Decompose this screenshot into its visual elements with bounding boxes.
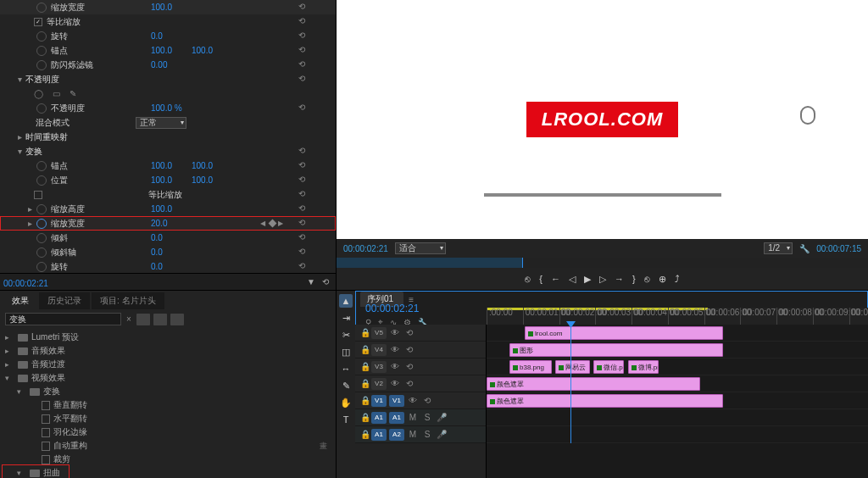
track-voice-icon[interactable]: 🎤	[436, 413, 448, 422]
tree-item[interactable]: 羽化边缘	[0, 425, 336, 439]
property-row[interactable]: 旋转0.0⟲	[0, 259, 336, 274]
checkbox[interactable]	[34, 18, 42, 26]
transport-button[interactable]: {	[539, 274, 542, 284]
property-value[interactable]: 100.0	[151, 161, 185, 170]
property-row[interactable]: 等比缩放⟲	[0, 187, 336, 202]
tree-folder[interactable]: ▸音频过渡	[0, 358, 336, 371]
tree-folder[interactable]: ▾变换	[0, 385, 336, 398]
reset-icon[interactable]: ⟲	[298, 103, 310, 114]
twirl-icon[interactable]: ▸	[5, 333, 15, 342]
track-output-icon[interactable]: 👁	[389, 328, 401, 337]
property-row[interactable]: 位置100.0100.0⟲	[0, 173, 336, 187]
property-value[interactable]: 100.0	[192, 175, 225, 185]
track-label[interactable]: V4	[371, 344, 387, 356]
track-header[interactable]: 🔒V3👁⟲	[355, 358, 486, 375]
twirl-icon[interactable]: ▾	[17, 469, 27, 477]
lock-icon[interactable]: 🔒	[360, 345, 369, 354]
property-value[interactable]: 0.0	[151, 262, 185, 271]
monitor-timecode[interactable]: 00:00:02:21	[343, 244, 388, 253]
playhead[interactable]	[570, 325, 571, 443]
stopwatch-icon[interactable]	[36, 3, 47, 13]
track-header[interactable]: 🔒A1A1MS🎤	[355, 409, 486, 426]
property-dropdown[interactable]: 正常	[136, 117, 186, 129]
property-value[interactable]: 100.0	[151, 46, 185, 55]
reset-icon[interactable]: ⟲	[298, 45, 310, 57]
track-lane[interactable]: b38.png网易云微信.png微博.png	[487, 358, 868, 375]
property-row[interactable]: 锚点100.0100.0⟲	[0, 158, 336, 173]
property-row[interactable]: 防闪烁滤镜0.00⟲	[0, 58, 336, 72]
track-output-icon[interactable]: 👁	[389, 345, 401, 354]
track-lane[interactable]: 颜色遮罩	[487, 375, 868, 392]
preset-bin-icon-3[interactable]	[170, 314, 184, 325]
timeline-timecode[interactable]: 00:00:02:21	[355, 303, 487, 314]
clip[interactable]: 颜色遮罩	[487, 377, 700, 391]
property-row[interactable]: 旋转0.0⟲	[0, 29, 336, 43]
preset-bin-icon-2[interactable]	[153, 314, 167, 325]
project-tab[interactable]: 历史记录	[39, 292, 90, 309]
effects-search-input[interactable]	[5, 313, 121, 325]
clip[interactable]: 颜色遮罩	[487, 394, 723, 408]
reset-icon[interactable]: ⟲	[298, 232, 310, 244]
twirl-icon[interactable]: ▸	[5, 347, 15, 355]
track-header[interactable]: 🔒V5👁⟲	[355, 325, 486, 342]
reset-icon[interactable]: ⟲	[298, 59, 310, 71]
tree-item[interactable]: 垂直翻转	[0, 398, 336, 412]
clip[interactable]: b38.png	[509, 360, 552, 374]
snap-icon[interactable]: ⟲	[322, 277, 329, 286]
track-label[interactable]: A1	[389, 412, 404, 424]
twirl-icon[interactable]: ▸	[5, 360, 15, 369]
property-row[interactable]: ▸缩放宽度20.0◀▶⟲	[0, 216, 336, 231]
track-label[interactable]: V5	[371, 327, 387, 339]
search-clear-icon[interactable]: ×	[126, 314, 131, 324]
property-row[interactable]: 倾斜0.0⟲	[0, 231, 336, 245]
track-lane[interactable]	[487, 409, 868, 426]
transport-button[interactable]: ▶	[584, 274, 591, 285]
stopwatch-icon[interactable]	[36, 31, 47, 42]
track-lane[interactable]: 颜色遮罩	[487, 392, 868, 409]
track-header[interactable]: 🔒V4👁⟲	[355, 342, 486, 358]
twirl-icon[interactable]: ▾	[15, 147, 24, 156]
transport-button[interactable]: }	[632, 274, 636, 284]
property-value[interactable]: 0.00	[151, 60, 185, 69]
stopwatch-icon[interactable]	[36, 60, 47, 70]
mask-icons[interactable]: ◯ ▭ ✎	[34, 89, 80, 98]
stopwatch-icon[interactable]	[36, 161, 47, 171]
clip[interactable]: 微信.png	[593, 360, 624, 374]
property-value[interactable]: 100.0	[192, 46, 225, 55]
property-row[interactable]: 锚点100.0100.0⟲	[0, 43, 336, 58]
property-value[interactable]: 0.0	[151, 233, 185, 242]
effects-timecode[interactable]: 00:00:02:21	[3, 279, 48, 288]
sync-lock-icon[interactable]: ⟲	[403, 345, 415, 354]
track-select-tool-icon[interactable]: ⇥	[339, 311, 353, 325]
property-row[interactable]: ▾不透明度⟲	[0, 72, 336, 86]
track-label[interactable]: V2	[371, 378, 387, 390]
transport-button[interactable]: ⊕	[659, 274, 666, 285]
twirl-icon[interactable]: ▸	[25, 204, 34, 214]
preset-bin-icon-1[interactable]	[136, 314, 150, 325]
property-value[interactable]: 100.0	[151, 175, 185, 185]
stopwatch-icon[interactable]	[36, 204, 47, 214]
monitor-mini-ruler[interactable]	[337, 258, 868, 268]
track-target[interactable]: A1	[371, 429, 387, 441]
clip[interactable]: lrool.com	[525, 326, 723, 340]
reset-icon[interactable]: ⟲	[298, 16, 310, 28]
tree-folder[interactable]: ▾视频效果	[0, 371, 336, 385]
track-solo-icon[interactable]: S	[421, 430, 433, 439]
property-value[interactable]: 0.0	[151, 247, 185, 257]
clip[interactable]: 网易云	[555, 360, 590, 374]
tree-folder[interactable]: ▾扭曲	[0, 466, 336, 478]
reset-icon[interactable]: ⟲	[298, 203, 310, 215]
monitor-fit-dropdown[interactable]: 适合	[395, 242, 446, 254]
property-row[interactable]: 不透明度100.0 %⟲	[0, 101, 336, 115]
property-row[interactable]: ▸缩放高度100.0⟲	[0, 202, 336, 216]
reset-icon[interactable]: ⟲	[298, 218, 310, 230]
checkbox[interactable]	[34, 191, 42, 199]
stopwatch-icon[interactable]	[36, 175, 47, 186]
tree-item[interactable]: 水平翻转	[0, 412, 336, 425]
type-tool-icon[interactable]: T	[339, 413, 353, 426]
track-output-icon[interactable]: M	[407, 430, 419, 439]
tree-folder[interactable]: ▸音频效果	[0, 344, 336, 358]
project-tab[interactable]: 效果	[3, 292, 37, 309]
track-target[interactable]: A1	[371, 412, 387, 424]
property-row[interactable]: 等比缩放⟲	[0, 14, 336, 29]
